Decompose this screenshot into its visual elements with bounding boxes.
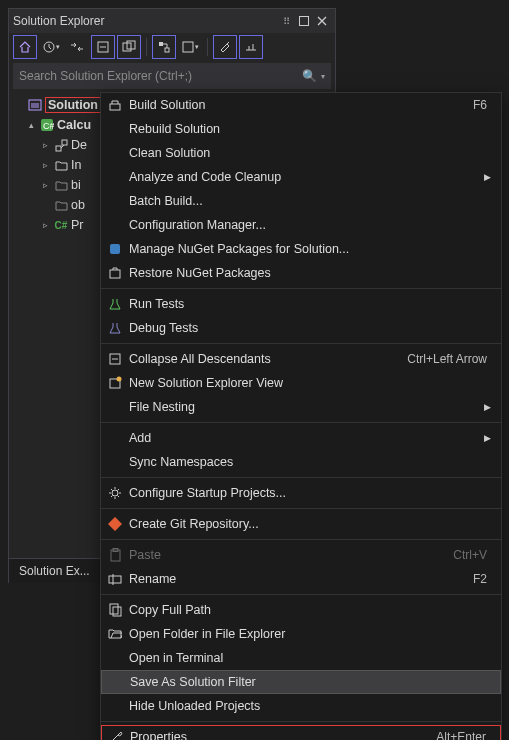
menu-startup-projects[interactable]: Configure Startup Projects... <box>101 481 501 505</box>
shortcut: F2 <box>473 572 501 586</box>
git-icon <box>101 517 129 531</box>
gear-icon <box>101 486 129 500</box>
expander-icon[interactable]: ▹ <box>39 159 51 171</box>
svg-rect-15 <box>110 244 120 254</box>
expander-icon[interactable]: ▹ <box>39 219 51 231</box>
menu-add[interactable]: Add▶ <box>101 426 501 450</box>
svg-point-19 <box>117 377 122 382</box>
collapse-icon <box>101 353 129 365</box>
scope-icon[interactable] <box>152 35 176 59</box>
tab-solution-explorer[interactable]: Solution Ex... <box>9 559 101 583</box>
menu-collapse[interactable]: Collapse All DescendantsCtrl+Left Arrow <box>101 347 501 371</box>
expander-icon[interactable]: ▴ <box>25 119 37 131</box>
menu-open-folder[interactable]: Open Folder in File Explorer <box>101 622 501 646</box>
history-icon[interactable]: ▾ <box>39 35 63 59</box>
svg-rect-16 <box>110 270 120 278</box>
csharp-project-icon: C# <box>39 117 55 133</box>
menu-properties[interactable]: PropertiesAlt+Enter <box>101 725 501 740</box>
close-icon[interactable] <box>313 12 331 30</box>
shortcut: F6 <box>473 98 501 112</box>
svg-rect-5 <box>159 42 163 46</box>
menu-sync-namespaces[interactable]: Sync Namespaces <box>101 450 501 474</box>
new-view-icon <box>101 376 129 390</box>
properties-icon[interactable] <box>213 35 237 59</box>
menu-file-nesting[interactable]: File Nesting▶ <box>101 395 501 419</box>
show-all-icon[interactable] <box>117 35 141 59</box>
search-options-icon[interactable]: ▾ <box>321 72 325 81</box>
toolbar: ▾ ▾ <box>9 33 335 61</box>
maximize-icon[interactable] <box>295 12 313 30</box>
drag-handle-icon[interactable]: ⠿ <box>279 16 295 27</box>
dependencies-icon <box>53 137 69 153</box>
context-menu: Build SolutionF6 Rebuild Solution Clean … <box>100 92 502 740</box>
solution-label: Solution <box>45 97 101 113</box>
svg-rect-0 <box>300 17 309 26</box>
menu-nuget-restore[interactable]: Restore NuGet Packages <box>101 261 501 285</box>
panel-titlebar: Solution Explorer ⠿ <box>9 9 335 33</box>
preview-icon[interactable]: ▾ <box>178 35 202 59</box>
shortcut: Alt+Enter <box>436 730 500 740</box>
item-label: Pr <box>71 218 84 232</box>
search-box[interactable]: 🔍 ▾ <box>13 63 331 89</box>
menu-rename[interactable]: RenameF2 <box>101 567 501 591</box>
submenu-arrow-icon: ▶ <box>484 402 501 412</box>
item-label: In <box>71 158 81 172</box>
submenu-arrow-icon: ▶ <box>484 433 501 443</box>
search-input[interactable] <box>19 69 302 83</box>
svg-rect-6 <box>165 48 169 52</box>
svg-rect-24 <box>109 576 121 583</box>
svg-rect-13 <box>62 140 67 145</box>
menu-git-repo[interactable]: Create Git Repository... <box>101 512 501 536</box>
search-icon[interactable]: 🔍 <box>302 69 317 83</box>
open-folder-icon <box>101 628 129 640</box>
svg-rect-9 <box>31 103 39 108</box>
paste-icon <box>101 548 129 562</box>
menu-paste: PasteCtrl+V <box>101 543 501 567</box>
item-label: bi <box>71 178 81 192</box>
folder-icon <box>53 177 69 193</box>
collapse-all-icon[interactable] <box>91 35 115 59</box>
svg-rect-12 <box>56 146 61 151</box>
svg-rect-25 <box>110 604 118 614</box>
menu-debug-tests[interactable]: Debug Tests <box>101 316 501 340</box>
menu-config-manager[interactable]: Configuration Manager... <box>101 213 501 237</box>
settings-icon[interactable] <box>239 35 263 59</box>
home-icon[interactable] <box>13 35 37 59</box>
item-label: ob <box>71 198 85 212</box>
svg-rect-14 <box>110 104 120 110</box>
wrench-icon <box>102 730 130 740</box>
copy-icon <box>101 603 129 617</box>
menu-clean[interactable]: Clean Solution <box>101 141 501 165</box>
build-icon <box>101 98 129 112</box>
menu-analyze[interactable]: Analyze and Code Cleanup▶ <box>101 165 501 189</box>
svg-point-20 <box>112 490 118 496</box>
menu-hide-unloaded[interactable]: Hide Unloaded Projects <box>101 694 501 718</box>
folder-icon <box>53 157 69 173</box>
menu-nuget-manage[interactable]: Manage NuGet Packages for Solution... <box>101 237 501 261</box>
shortcut: Ctrl+V <box>453 548 501 562</box>
svg-rect-7 <box>183 42 193 52</box>
menu-batch-build[interactable]: Batch Build... <box>101 189 501 213</box>
restore-icon <box>101 266 129 280</box>
menu-run-tests[interactable]: Run Tests <box>101 292 501 316</box>
flask-debug-icon <box>101 321 129 335</box>
menu-save-filter[interactable]: Save As Solution Filter <box>101 670 501 694</box>
item-label: De <box>71 138 87 152</box>
menu-build[interactable]: Build SolutionF6 <box>101 93 501 117</box>
sync-icon[interactable] <box>65 35 89 59</box>
svg-rect-21 <box>108 517 122 531</box>
project-label: Calcu <box>57 118 91 132</box>
expander-icon[interactable]: ▹ <box>39 139 51 151</box>
submenu-arrow-icon: ▶ <box>484 172 501 182</box>
expander-icon[interactable]: ▹ <box>39 179 51 191</box>
menu-copy-path[interactable]: Copy Full Path <box>101 598 501 622</box>
nuget-icon <box>101 242 129 256</box>
svg-rect-26 <box>113 607 121 616</box>
menu-rebuild[interactable]: Rebuild Solution <box>101 117 501 141</box>
solution-icon <box>27 97 43 113</box>
menu-open-terminal[interactable]: Open in Terminal <box>101 646 501 670</box>
menu-new-view[interactable]: New Solution Explorer View <box>101 371 501 395</box>
folder-icon <box>53 197 69 213</box>
flask-icon <box>101 297 129 311</box>
panel-title: Solution Explorer <box>13 14 104 28</box>
